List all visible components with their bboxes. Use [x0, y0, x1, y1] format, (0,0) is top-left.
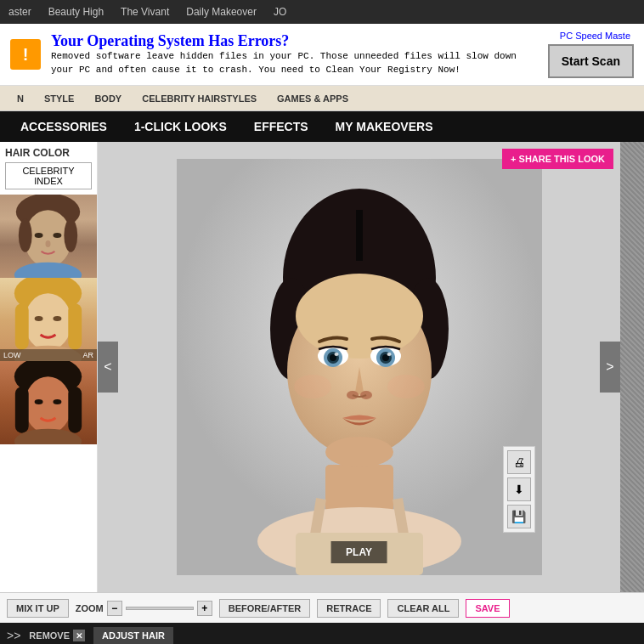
svg-point-6: [46, 240, 51, 247]
sidebar: HAIR COLOR CELEBRITY INDEX: [0, 142, 98, 592]
celebrity-thumb-3[interactable]: [0, 361, 97, 444]
svg-point-44: [294, 375, 331, 398]
mainnav-accessories[interactable]: ACCESSORIES: [7, 111, 121, 142]
topnav-item-jo[interactable]: JO: [274, 6, 286, 18]
save-button[interactable]: SAVE: [466, 599, 509, 618]
svg-point-20: [53, 399, 61, 404]
bottom-toolbar: MIX IT UP ZOOM − + BEFORE/AFTER RETRACE …: [0, 592, 644, 623]
svg-point-30: [296, 274, 423, 359]
svg-point-3: [64, 218, 77, 252]
svg-point-13: [53, 316, 61, 321]
topnav-item-beauty-high[interactable]: Beauty High: [48, 6, 104, 18]
bottom-actions-bar: >> REMOVE ✕ ADJUST HAIR: [0, 623, 644, 644]
remove-control: REMOVE ✕: [29, 630, 85, 641]
secnav-item-body[interactable]: BODY: [84, 86, 132, 110]
svg-point-4: [35, 233, 43, 238]
svg-rect-11: [68, 303, 82, 350]
zoom-control: ZOOM − +: [76, 601, 212, 616]
topnav-item-the-vivant[interactable]: The Vivant: [121, 6, 169, 18]
topnav-item-aster[interactable]: aster: [8, 6, 31, 18]
secnav-item-style[interactable]: STYLE: [34, 86, 84, 110]
tool-icons-panel: 🖨 ⬇ 💾: [503, 446, 535, 533]
svg-point-43: [325, 437, 393, 467]
svg-point-2: [19, 218, 32, 252]
mainnav-effects[interactable]: EFFECTS: [240, 111, 322, 142]
svg-point-16: [25, 376, 72, 433]
label-ar: AR: [82, 351, 93, 359]
hair-color-label: HAIR COLOR: [0, 142, 97, 162]
nav-arrow-left[interactable]: <: [98, 342, 118, 393]
svg-point-5: [53, 233, 61, 238]
secondary-navigation: N STYLE BODY CELEBRITY HAIRSTYLES GAMES …: [0, 86, 644, 111]
remove-x-button[interactable]: ✕: [73, 630, 85, 641]
secnav-item-n[interactable]: N: [7, 86, 34, 110]
celeb-face-svg-1: [0, 195, 97, 278]
secnav-item-celebrity-hairstyles[interactable]: CELEBRITY HAIRSTYLES: [132, 86, 267, 110]
start-scan-button[interactable]: Start Scan: [548, 44, 634, 78]
top-navigation: aster Beauty High The Vivant Daily Makeo…: [0, 0, 644, 24]
celebrity-index-button[interactable]: CELEBRITY INDEX: [5, 162, 92, 189]
remove-label: REMOVE: [29, 630, 70, 641]
zoom-plus-button[interactable]: +: [197, 601, 212, 616]
nav-arrow-right[interactable]: >: [600, 342, 620, 393]
svg-point-19: [35, 399, 43, 404]
download-icon[interactable]: ⬇: [507, 477, 531, 501]
celeb-label-2: LOW AR: [0, 349, 97, 361]
label-low: LOW: [3, 351, 21, 359]
portrait-display: PLAY 🖨 ⬇ 💾: [177, 159, 542, 575]
svg-point-9: [25, 293, 72, 350]
save-icon[interactable]: 💾: [507, 505, 531, 528]
topnav-item-daily-makeover[interactable]: Daily Makeover: [186, 6, 257, 18]
celebrity-thumb-1[interactable]: [0, 195, 97, 278]
celeb-face-svg-3: [0, 361, 97, 444]
main-canvas: + SHARE THIS LOOK <: [98, 142, 620, 592]
right-panel: [620, 142, 644, 592]
svg-point-7: [14, 263, 82, 278]
share-this-look-button[interactable]: + SHARE THIS LOOK: [502, 149, 613, 169]
zoom-minus-button[interactable]: −: [107, 601, 122, 616]
ad-headline[interactable]: Your Operating System Has Errors?: [51, 32, 538, 50]
svg-point-40: [387, 353, 391, 356]
clear-all-button[interactable]: CLEAR ALL: [387, 599, 459, 618]
main-navigation: ACCESSORIES 1-CLICK LOOKS EFFECTS MY MAK…: [0, 111, 644, 142]
before-after-button[interactable]: BEFORE/AFTER: [219, 599, 311, 618]
mainnav-1click-looks[interactable]: 1-CLICK LOOKS: [121, 111, 240, 142]
warning-icon: !: [10, 39, 41, 70]
ad-banner: ! Your Operating System Has Errors? Remo…: [0, 24, 644, 86]
retrace-button[interactable]: RETRACE: [317, 599, 381, 618]
svg-rect-10: [15, 303, 29, 350]
celebrity-thumb-2[interactable]: LOW AR: [0, 278, 97, 361]
left-arrows-icon[interactable]: >>: [7, 629, 20, 642]
print-icon[interactable]: 🖨: [507, 450, 531, 474]
svg-point-45: [387, 375, 425, 398]
svg-point-35: [334, 353, 338, 356]
mix-it-up-button[interactable]: MIX IT UP: [7, 599, 69, 618]
zoom-slider[interactable]: [126, 607, 194, 610]
svg-point-12: [35, 316, 43, 321]
zoom-label: ZOOM: [76, 603, 104, 613]
ad-source: PC Speed Maste: [560, 31, 634, 41]
ad-body: Removed software leave hidden files in y…: [51, 50, 538, 76]
adjust-hair-button[interactable]: ADJUST HAIR: [93, 627, 173, 644]
svg-rect-17: [15, 387, 29, 433]
main-portrait-svg: [177, 159, 542, 575]
mainnav-my-makeovers[interactable]: MY MAKEOVERS: [322, 111, 447, 142]
play-button[interactable]: PLAY: [330, 541, 387, 563]
svg-rect-18: [68, 387, 82, 433]
ad-text-block: Your Operating System Has Errors? Remove…: [51, 32, 538, 76]
secnav-item-games-apps[interactable]: GAMES & APPS: [267, 86, 359, 110]
content-area: HAIR COLOR CELEBRITY INDEX: [0, 142, 644, 592]
